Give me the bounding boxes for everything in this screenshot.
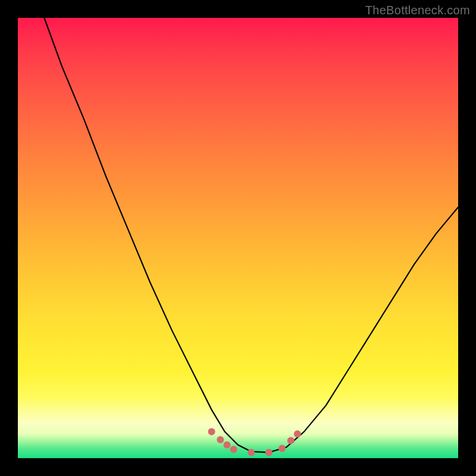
trough-marker bbox=[217, 436, 224, 443]
right-branch-line bbox=[269, 207, 458, 452]
trough-marker-group bbox=[208, 428, 301, 456]
plot-area bbox=[18, 18, 458, 458]
trough-marker bbox=[278, 445, 286, 452]
trough-marker bbox=[208, 428, 215, 436]
trough-marker bbox=[224, 441, 231, 449]
trough-marker bbox=[294, 430, 301, 437]
curve-layer bbox=[18, 18, 458, 458]
trough-marker bbox=[287, 437, 295, 444]
trough-marker bbox=[265, 449, 273, 456]
trough-marker bbox=[230, 446, 237, 453]
chart-stage: TheBottleneck.com bbox=[0, 0, 476, 476]
left-branch-line bbox=[44, 18, 268, 452]
watermark-label: TheBottleneck.com bbox=[365, 4, 470, 17]
trough-marker bbox=[248, 449, 255, 456]
